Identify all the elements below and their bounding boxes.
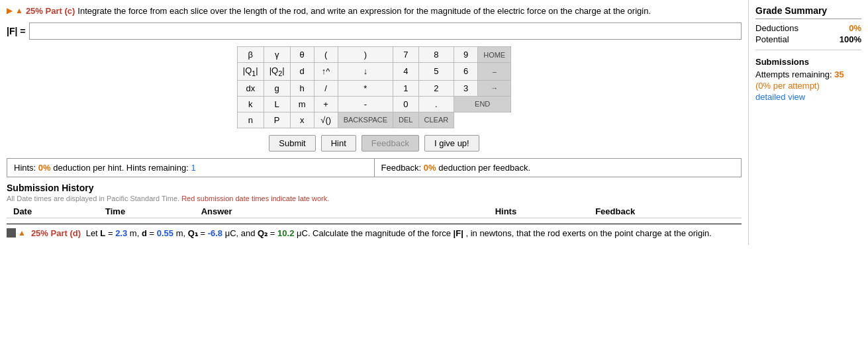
key-beta[interactable]: β — [237, 47, 264, 63]
part-d-text-before: Let — [86, 228, 101, 238]
hints-deduction: 0% — [38, 163, 51, 173]
key-4[interactable]: 4 — [393, 63, 418, 81]
key-clear[interactable]: CLEAR — [418, 112, 454, 128]
key-sqrt[interactable]: √() — [314, 112, 338, 128]
key-1[interactable]: 1 — [393, 80, 418, 96]
part-d-Q2-eq: = — [270, 228, 277, 238]
attempts-row: Attempts remaining: 35 — [755, 69, 861, 79]
keyboard-row-5: n P x √() BACKSPACE DEL CLEAR — [237, 112, 510, 128]
hint-button[interactable]: Hint — [321, 135, 356, 151]
feedback-deduction: 0% — [424, 163, 436, 173]
key-backspace[interactable]: BACKSPACE — [338, 112, 393, 128]
key-dx[interactable]: dx — [237, 80, 264, 96]
key-close-paren[interactable]: ) — [338, 47, 393, 63]
deductions-value: 0% — [849, 23, 861, 33]
part-d-warning-icon: ▲ — [18, 227, 26, 239]
keyboard-container: β γ θ ( ) 7 8 9 HOME |Q1| |Q2| d ↑^ ↓ 4 — [7, 46, 742, 128]
key-minus[interactable]: - — [338, 96, 393, 112]
potential-label: Potential — [755, 34, 789, 44]
part-d-L-label: L — [100, 228, 105, 238]
key-d[interactable]: d — [290, 63, 314, 81]
sidebar: Grade Summary Deductions 0% Potential 10… — [749, 0, 868, 245]
key-0[interactable]: 0 — [393, 96, 418, 112]
submission-history: Submission History All Date times are di… — [7, 183, 742, 218]
part-d-Q1-eq: = — [200, 228, 207, 238]
key-g[interactable]: g — [264, 80, 290, 96]
key-5[interactable]: 5 — [418, 63, 454, 81]
key-multiply[interactable]: * — [338, 80, 393, 96]
key-home[interactable]: HOME — [478, 47, 511, 63]
part-d-header: ▲ 25% Part (d) Let L = 2.3 m, d = 0.55 m… — [7, 227, 742, 240]
part-d-Q2-label: Q₂ — [258, 228, 267, 238]
key-n[interactable]: n — [237, 112, 264, 128]
key-end[interactable]: END — [454, 96, 511, 112]
per-attempt-text: (0% per attempt) — [755, 81, 820, 91]
igiveup-button[interactable]: I give up! — [424, 135, 479, 151]
square-icon — [7, 228, 16, 238]
col-hints: Hints — [489, 205, 589, 218]
key-dash[interactable]: – — [478, 63, 511, 81]
hints-remaining-link[interactable]: 1 — [191, 163, 195, 173]
submissions-title: Submissions — [755, 57, 861, 67]
key-divide[interactable]: / — [314, 80, 338, 96]
part-d-icons: ▲ — [7, 227, 28, 239]
feedback-button[interactable]: Feedback — [362, 135, 419, 151]
part-d-Q2-unit: μC. Calculate the magnitude of the force — [297, 228, 454, 238]
key-7[interactable]: 7 — [393, 47, 418, 63]
col-time: Time — [99, 205, 195, 218]
key-del[interactable]: DEL — [393, 112, 418, 128]
part-c-header: ▶ ▲ 25% Part (c) Integrate the force fro… — [7, 5, 742, 17]
hints-text: deduction per hint. Hints remaining: — [53, 163, 191, 173]
key-m[interactable]: m — [290, 96, 314, 112]
attempts-label: Attempts remaining: — [755, 69, 834, 79]
input-label: |F| = — [7, 26, 25, 36]
feedback-label: Feedback: — [381, 163, 422, 173]
key-P[interactable]: P — [264, 112, 290, 128]
key-gamma[interactable]: γ — [264, 47, 290, 63]
key-dot[interactable]: . — [418, 96, 454, 112]
part-d-d-unit: m, — [176, 228, 188, 238]
attempts-value: 35 — [834, 69, 844, 79]
deductions-label: Deductions — [755, 23, 798, 33]
key-2[interactable]: 2 — [418, 80, 454, 96]
part-d-d-val: 0.55 — [157, 228, 173, 238]
key-9[interactable]: 9 — [454, 47, 478, 63]
warning-icon: ▲ — [15, 5, 23, 17]
key-6[interactable]: 6 — [454, 63, 478, 81]
col-date: Date — [7, 205, 99, 218]
answer-input[interactable] — [29, 22, 742, 40]
key-subscript[interactable]: ↓ — [338, 63, 393, 81]
detailed-view-row: detailed view — [755, 92, 861, 102]
feedback-text: deduction per feedback. — [438, 163, 530, 173]
grade-summary-title: Grade Summary — [755, 5, 861, 19]
key-x[interactable]: x — [290, 112, 314, 128]
detailed-view-link[interactable]: detailed view — [755, 92, 805, 102]
key-superscript[interactable]: ↑^ — [314, 63, 338, 81]
key-q1[interactable]: |Q1| — [237, 63, 264, 81]
part-d-Q1-val: -6.8 — [208, 228, 222, 238]
keyboard: β γ θ ( ) 7 8 9 HOME |Q1| |Q2| d ↑^ ↓ 4 — [237, 46, 511, 128]
key-3[interactable]: 3 — [454, 80, 478, 96]
key-h[interactable]: h — [290, 80, 314, 96]
key-q2[interactable]: |Q2| — [264, 63, 290, 81]
key-8[interactable]: 8 — [418, 47, 454, 63]
part-d-Q1-unit: μC, and — [225, 228, 258, 238]
key-open-paren[interactable]: ( — [314, 47, 338, 63]
part-d-L-val: 2.3 — [115, 228, 127, 238]
hints-label: Hints: — [14, 163, 36, 173]
per-attempt-row: (0% per attempt) — [755, 81, 861, 91]
key-plus[interactable]: + — [314, 96, 338, 112]
input-row: |F| = — [7, 22, 742, 40]
part-d-Q2-val: 10.2 — [277, 228, 294, 238]
key-k[interactable]: k — [237, 96, 264, 112]
part-c-text: Integrate the force from each slice over… — [77, 5, 651, 17]
col-feedback: Feedback — [589, 205, 742, 218]
key-theta[interactable]: θ — [290, 47, 314, 63]
feedback-section: Feedback: 0% deduction per feedback. — [375, 159, 742, 177]
key-right-arrow[interactable]: → — [478, 80, 511, 96]
submit-button[interactable]: Submit — [269, 135, 315, 151]
key-L[interactable]: L — [264, 96, 290, 112]
part-d-label: 25% Part (d) — [31, 228, 81, 238]
sidebar-divider — [755, 50, 861, 50]
keyboard-row-2: |Q1| |Q2| d ↑^ ↓ 4 5 6 – — [237, 63, 510, 81]
